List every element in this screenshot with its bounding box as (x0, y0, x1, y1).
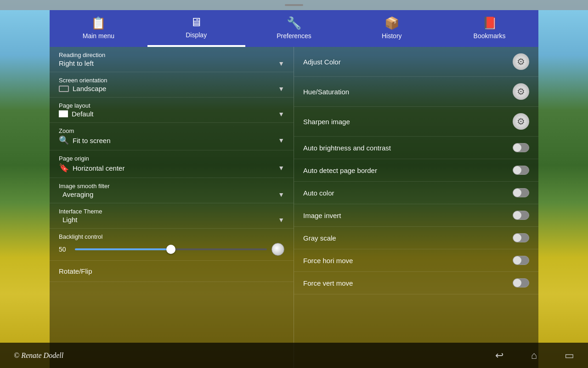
page-origin-arrow: ▼ (278, 164, 284, 172)
zoom-value: Fit to screen (73, 137, 111, 144)
tab-history[interactable]: 📦 History (343, 10, 441, 47)
nav-icons: ↩ ⌂ ▭ (495, 350, 574, 362)
force-hori-move-row[interactable]: Force hori move (294, 249, 538, 272)
sharpen-image-row[interactable]: Sharpen image ⚙ (294, 107, 538, 137)
tab-bar: 📋 Main menu 🖥 Display 🔧 Preferences 📦 Hi… (50, 10, 538, 47)
force-vert-move-label: Force vert move (303, 279, 353, 287)
tab-preferences-label: Preferences (277, 32, 311, 40)
page-layout-row[interactable]: Page layout Default ▼ (50, 98, 294, 123)
zoom-arrow: ▼ (278, 137, 284, 144)
backlight-label: Backlight control (59, 233, 284, 240)
hue-saturation-gear[interactable]: ⚙ (513, 83, 529, 100)
force-vert-move-row[interactable]: Force vert move (294, 272, 538, 294)
auto-detect-border-label: Auto detect page border (303, 167, 377, 174)
backlight-thumb[interactable] (166, 245, 175, 254)
page-layout-label: Page layout (59, 102, 284, 109)
tab-bookmarks-label: Bookmarks (474, 32, 506, 40)
hue-saturation-row[interactable]: Hue/Saturation ⚙ (294, 77, 538, 107)
reading-direction-arrow: ▼ (278, 60, 284, 67)
right-panel: Adjust Color ⚙ Hue/Saturation ⚙ Sharpen … (294, 47, 538, 368)
hue-saturation-label: Hue/Saturation (303, 88, 349, 96)
tab-history-label: History (382, 32, 402, 40)
image-smooth-filter-row[interactable]: Image smooth filter Averaging ▼ (50, 178, 294, 203)
reading-direction-label: Reading direction (59, 52, 284, 58)
tab-display[interactable]: 🖥 Display (147, 10, 245, 47)
copyright-text: © Renate Dodell (14, 351, 63, 360)
adjust-color-gear[interactable]: ⚙ (513, 53, 529, 70)
left-panel: Reading direction Right to left ▼ Screen… (50, 47, 294, 368)
back-nav-icon[interactable]: ↩ (495, 350, 503, 362)
top-strip (0, 0, 588, 10)
force-hori-move-label: Force hori move (303, 257, 353, 264)
gray-scale-toggle[interactable] (513, 233, 529, 242)
auto-color-row[interactable]: Auto color (294, 182, 538, 204)
bottom-bar: © Renate Dodell ↩ ⌂ ▭ (0, 343, 588, 368)
force-vert-move-toggle[interactable] (513, 278, 529, 288)
interface-theme-arrow: ▼ (278, 216, 284, 224)
gray-scale-row[interactable]: Gray scale (294, 227, 538, 249)
interface-theme-label: Interface Theme (59, 208, 284, 215)
screen-orientation-value: Landscape (73, 85, 106, 92)
page-origin-row[interactable]: Page origin 🔖 Horizontal center ▼ (50, 150, 294, 178)
sharpen-image-label: Sharpen image (303, 118, 350, 126)
recent-nav-icon[interactable]: ▭ (565, 350, 574, 362)
zoom-row[interactable]: Zoom 🔍 Fit to screen ▼ (50, 123, 294, 150)
tab-main-menu-label: Main menu (83, 32, 114, 40)
adjust-color-row[interactable]: Adjust Color ⚙ (294, 47, 538, 77)
page-origin-icon: 🔖 (59, 163, 69, 173)
adjust-color-label: Adjust Color (303, 58, 341, 66)
app-container: 📋 Main menu 🖥 Display 🔧 Preferences 📦 Hi… (50, 10, 538, 368)
backlight-control-row: Backlight control 50 (50, 229, 294, 261)
page-layout-icon (59, 110, 68, 117)
bookmarks-icon: 📕 (482, 16, 497, 30)
auto-color-label: Auto color (303, 189, 334, 197)
rotate-flip-label: Rotate/Flip (59, 267, 92, 275)
tab-preferences[interactable]: 🔧 Preferences (245, 10, 343, 47)
rotate-flip-row[interactable]: Rotate/Flip (50, 261, 294, 282)
page-layout-arrow: ▼ (278, 110, 284, 118)
screen-orientation-row[interactable]: Screen orientation Landscape ▼ (50, 72, 294, 98)
image-invert-toggle[interactable] (513, 211, 529, 220)
reading-direction-row[interactable]: Reading direction Right to left ▼ (50, 47, 294, 72)
main-menu-icon: 📋 (91, 16, 106, 30)
auto-brightness-label: Auto brightness and contrast (303, 144, 391, 152)
screen-orientation-icon (59, 86, 69, 92)
preferences-icon: 🔧 (287, 16, 301, 30)
zoom-label: Zoom (59, 127, 284, 134)
backlight-slider[interactable] (75, 248, 267, 250)
auto-detect-border-toggle[interactable] (513, 166, 529, 175)
force-hori-move-toggle[interactable] (513, 256, 529, 265)
tab-main-menu[interactable]: 📋 Main menu (50, 10, 147, 47)
image-smooth-filter-arrow: ▼ (278, 191, 284, 198)
auto-brightness-row[interactable]: Auto brightness and contrast (294, 137, 538, 159)
image-smooth-filter-value: Averaging (59, 190, 93, 198)
page-origin-label: Page origin (59, 155, 284, 162)
backlight-toggle[interactable] (271, 243, 284, 256)
image-invert-label: Image invert (303, 212, 341, 219)
page-layout-value: Default (72, 110, 94, 118)
history-icon: 📦 (384, 16, 399, 30)
screen-orientation-label: Screen orientation (59, 77, 284, 84)
image-invert-row[interactable]: Image invert (294, 204, 538, 227)
home-nav-icon[interactable]: ⌂ (531, 350, 537, 362)
image-smooth-filter-label: Image smooth filter (59, 183, 284, 190)
auto-brightness-toggle[interactable] (513, 143, 529, 152)
interface-theme-row[interactable]: Interface Theme Light ▼ (50, 203, 294, 229)
zoom-icon: 🔍 (59, 135, 69, 145)
reading-direction-value: Right to left (59, 59, 94, 67)
sharpen-image-gear[interactable]: ⚙ (513, 113, 529, 130)
tab-display-label: Display (186, 31, 207, 39)
top-handle (285, 4, 303, 6)
backlight-value: 50 (59, 246, 70, 253)
page-origin-value: Horizontal center (73, 164, 124, 172)
tab-bookmarks[interactable]: 📕 Bookmarks (441, 10, 538, 47)
auto-detect-border-row[interactable]: Auto detect page border (294, 159, 538, 182)
content-area: Reading direction Right to left ▼ Screen… (50, 47, 538, 368)
interface-theme-value: Light (59, 216, 78, 224)
display-icon: 🖥 (190, 15, 202, 29)
gray-scale-label: Gray scale (303, 234, 336, 242)
screen-orientation-arrow: ▼ (278, 85, 284, 92)
auto-color-toggle[interactable] (513, 188, 529, 197)
